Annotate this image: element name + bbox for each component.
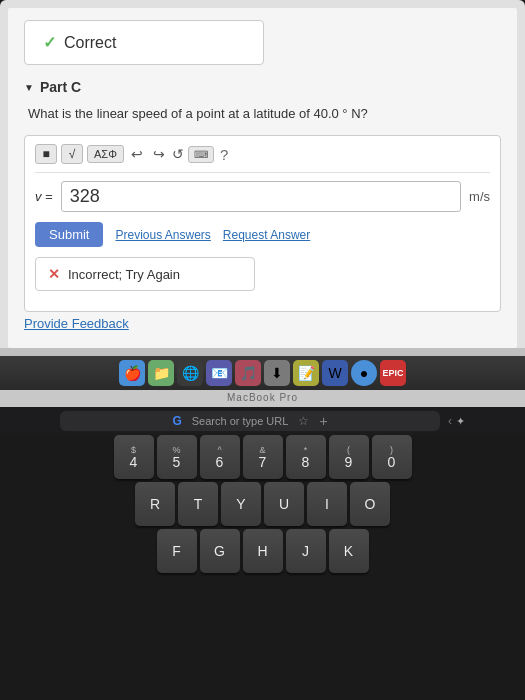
key-g[interactable]: G (200, 529, 240, 573)
submit-button[interactable]: Submit (35, 222, 103, 247)
dock-icon-download[interactable]: ⬇ (264, 360, 290, 386)
key-8[interactable]: *8 (286, 435, 326, 479)
sqrt-button[interactable]: √ (61, 144, 83, 164)
check-icon: ✓ (43, 33, 56, 52)
previous-answers-button[interactable]: Previous Answers (115, 228, 210, 242)
google-g-icon: G (172, 414, 181, 428)
laptop-frame (0, 348, 525, 356)
math-symbols-button[interactable]: ΑΣΦ (87, 145, 124, 163)
keyboard: $4 %5 ^6 &7 *8 (9 )0 R T Y U I O F G H J… (0, 435, 525, 584)
home-key-row: F G H J K (5, 529, 520, 573)
redo-button[interactable]: ↪ (150, 144, 168, 164)
brightness-icon: ✦ (456, 415, 465, 428)
touch-bar-chevron-icon: ‹ (448, 414, 452, 428)
buttons-row: Submit Previous Answers Request Answer (35, 222, 490, 247)
key-9[interactable]: (9 (329, 435, 369, 479)
v-label: v = (35, 189, 53, 204)
keyboard-button[interactable]: ⌨ (188, 146, 214, 163)
key-t[interactable]: T (178, 482, 218, 526)
triangle-icon: ▼ (24, 82, 34, 93)
dock-icon-word[interactable]: W (322, 360, 348, 386)
correct-banner: ✓ Correct (24, 20, 264, 65)
question-text: What is the linear speed of a point at a… (28, 105, 501, 123)
key-5[interactable]: %5 (157, 435, 197, 479)
dock-area: 🍎 📁 🌐 📧 🎵 ⬇ 📝 W ● EPIC (0, 356, 525, 390)
answer-input[interactable] (61, 181, 461, 212)
dock-icon-folder[interactable]: 📁 (148, 360, 174, 386)
screen-wrapper: ✓ Correct ▼ Part C What is the linear sp… (0, 0, 525, 348)
matrix-button[interactable]: ■ (35, 144, 57, 164)
macbook-label: MacBook Pro (0, 390, 525, 407)
undo-button[interactable]: ↩ (128, 144, 146, 164)
part-c-header: ▼ Part C (24, 79, 501, 95)
toolbar-row: ■ √ ΑΣΦ ↩ ↪ ↺ ⌨ ? (35, 144, 490, 173)
key-u[interactable]: U (264, 482, 304, 526)
key-4[interactable]: $4 (114, 435, 154, 479)
part-c-label: Part C (40, 79, 81, 95)
correct-text: Correct (64, 34, 116, 52)
provide-feedback-link[interactable]: Provide Feedback (24, 316, 129, 331)
dock-icon-music[interactable]: 🎵 (235, 360, 261, 386)
key-0[interactable]: )0 (372, 435, 412, 479)
key-h[interactable]: H (243, 529, 283, 573)
unit-label: m/s (469, 189, 490, 204)
touch-bar: G Search or type URL ☆ + ‹ ✦ (0, 407, 525, 435)
toolbar-box: ■ √ ΑΣΦ ↩ ↪ ↺ ⌨ ? v = m/s Submit Previou… (24, 135, 501, 312)
key-o[interactable]: O (350, 482, 390, 526)
dock-icon-browser[interactable]: 🌐 (177, 360, 203, 386)
input-row: v = m/s (35, 181, 490, 212)
incorrect-banner: ✕ Incorrect; Try Again (35, 257, 255, 291)
x-icon: ✕ (48, 266, 60, 282)
refresh-button[interactable]: ↺ (172, 146, 184, 162)
key-7[interactable]: &7 (243, 435, 283, 479)
key-i[interactable]: I (307, 482, 347, 526)
dock-icon-notes[interactable]: 📝 (293, 360, 319, 386)
dock-icon-finder[interactable]: 🍎 (119, 360, 145, 386)
key-y[interactable]: Y (221, 482, 261, 526)
add-tab-icon: + (319, 413, 327, 429)
key-r[interactable]: R (135, 482, 175, 526)
touch-bar-inner: G Search or type URL ☆ + (60, 411, 440, 431)
dock-icon-mail[interactable]: 📧 (206, 360, 232, 386)
incorrect-text: Incorrect; Try Again (68, 267, 180, 282)
key-6[interactable]: ^6 (200, 435, 240, 479)
qwerty-key-row: R T Y U I O (5, 482, 520, 526)
help-button[interactable]: ? (220, 146, 228, 163)
dock-epic-icon[interactable]: EPIC (380, 360, 406, 386)
bookmark-icon: ☆ (298, 414, 309, 428)
key-k[interactable]: K (329, 529, 369, 573)
screen-content: ✓ Correct ▼ Part C What is the linear sp… (8, 8, 517, 348)
number-key-row: $4 %5 ^6 &7 *8 (9 )0 (5, 435, 520, 479)
search-or-type-url-label: Search or type URL (192, 415, 289, 427)
key-j[interactable]: J (286, 529, 326, 573)
key-f[interactable]: F (157, 529, 197, 573)
request-answer-button[interactable]: Request Answer (223, 228, 310, 242)
dock-icon-chrome[interactable]: ● (351, 360, 377, 386)
